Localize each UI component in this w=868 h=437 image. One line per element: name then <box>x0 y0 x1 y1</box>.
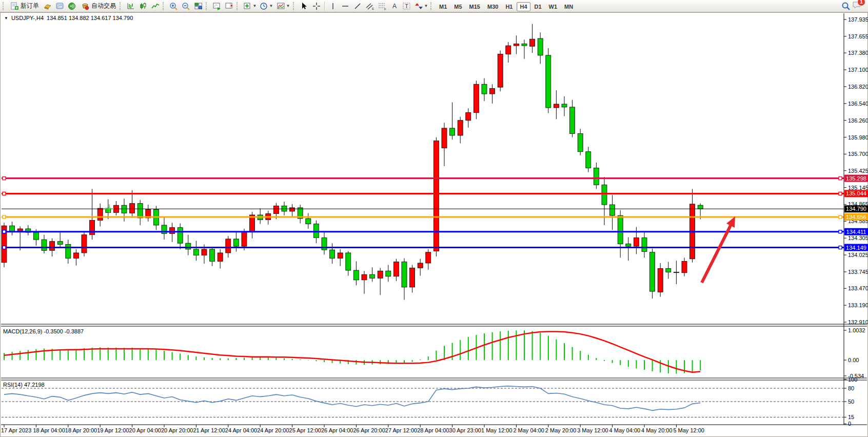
candle-body <box>474 84 479 112</box>
candle-body <box>538 38 543 55</box>
add-indicator-button[interactable]: ▼ <box>242 1 258 12</box>
candle-body <box>594 168 599 185</box>
line-handle[interactable] <box>3 215 6 218</box>
candle-body <box>57 242 63 245</box>
vertical-line-tool-button[interactable] <box>327 1 339 12</box>
horizontal-line-tool-button[interactable] <box>339 1 351 12</box>
candlestick-chart-button[interactable] <box>137 1 149 12</box>
time-axis-label: 1 May 12:00 <box>481 427 512 433</box>
text-label-tool-button[interactable]: T <box>401 1 413 12</box>
time-axis-label: 20 Apr 04:00 <box>129 427 161 433</box>
channel-tool-button[interactable]: E <box>364 1 376 12</box>
text-tool-button[interactable]: A <box>388 1 401 12</box>
chart-title: ▼ USDJPY-,H4 134.851 134.882 134.617 134… <box>4 15 133 21</box>
timeframe-button-h1[interactable]: H1 <box>502 2 516 11</box>
zoom-out-icon <box>182 2 191 10</box>
sound-alert-button[interactable] <box>66 1 78 12</box>
rsi-axis-label: 100 <box>848 376 857 383</box>
rsi-axis-label: 0 <box>848 421 851 427</box>
candle-body <box>554 104 559 108</box>
candle-body <box>66 245 71 259</box>
vertical-line-icon <box>329 2 337 10</box>
text-icon: A <box>391 2 398 10</box>
svg-text:T: T <box>405 4 408 9</box>
candle-body <box>602 185 607 205</box>
line-handle[interactable] <box>3 177 6 180</box>
candle-body <box>137 204 143 218</box>
templates-button[interactable]: ▼ <box>274 1 292 12</box>
zoom-out-button[interactable] <box>180 1 192 12</box>
time-axis-label: 30 Apr 23:00 <box>449 427 481 433</box>
fibonacci-icon: F <box>378 2 387 10</box>
time-axis-label: 18 Apr 04:00 <box>33 427 65 433</box>
line-handle[interactable] <box>3 246 6 249</box>
price-tag-label: 135.044 <box>846 190 866 196</box>
line-chart-button[interactable] <box>149 1 162 12</box>
sound-alert-icon <box>68 2 77 10</box>
time-axis-label: 4 May 20:00 <box>641 427 673 433</box>
timeframe-button-w1[interactable]: W1 <box>546 2 561 11</box>
cursor-tool-button[interactable] <box>298 1 310 12</box>
line-handle[interactable] <box>839 215 842 218</box>
arrows-tool-button[interactable]: ▼ <box>413 1 429 12</box>
chart-shift-button[interactable] <box>223 1 235 12</box>
trendline-icon <box>353 2 362 10</box>
navigator-button[interactable] <box>54 1 66 12</box>
timeframe-button-m1[interactable]: M1 <box>436 2 450 11</box>
candle-body <box>290 208 295 211</box>
candle-body <box>170 228 175 234</box>
time-axis-label: 20 Apr 20:00 <box>161 427 193 433</box>
candle-body <box>578 133 583 151</box>
price-axis-label: 135.700 <box>848 151 868 157</box>
line-handle[interactable] <box>839 230 842 233</box>
candle-body <box>586 152 591 168</box>
timeframe-button-mn[interactable]: MN <box>561 2 576 11</box>
line-handle[interactable] <box>839 177 842 180</box>
candle-body <box>562 104 567 107</box>
dropdown-caret-icon: ▼ <box>269 4 273 8</box>
market-watch-button[interactable] <box>42 1 54 12</box>
candle-body <box>402 262 407 287</box>
symbol-dropdown-icon[interactable]: ▼ <box>4 16 8 21</box>
candle-body <box>426 252 431 263</box>
chart-canvas[interactable]: 137.935137.655137.380137.100136.820136.5… <box>0 0 868 437</box>
candle-body <box>674 272 679 273</box>
crosshair-tool-button[interactable] <box>310 1 323 12</box>
bar-chart-button[interactable] <box>125 1 137 12</box>
search-button[interactable] <box>840 1 852 12</box>
line-handle[interactable] <box>839 246 842 249</box>
fibonacci-tool-button[interactable]: F <box>376 1 388 12</box>
price-axis-label: 137.935 <box>848 16 868 23</box>
zoom-in-button[interactable] <box>168 1 180 12</box>
toolbar-grip <box>3 2 6 10</box>
candle-body <box>362 274 367 280</box>
candle-body <box>97 208 103 220</box>
toolbar-grip <box>430 2 433 10</box>
timeframe-button-m5[interactable]: M5 <box>451 2 465 11</box>
tile-windows-button[interactable] <box>192 1 205 12</box>
toolbar-grip <box>236 2 240 10</box>
line-handle[interactable] <box>839 192 842 195</box>
timeframe-button-h4[interactable]: H4 <box>517 2 530 11</box>
timeframe-button-m15[interactable]: M15 <box>466 2 483 11</box>
price-axis-label: 135.980 <box>848 134 868 141</box>
candle-body <box>642 238 647 252</box>
candle-body <box>330 250 335 258</box>
periods-button[interactable]: ▼ <box>258 1 274 12</box>
timeframe-button-d1[interactable]: D1 <box>531 2 545 11</box>
timeframe-toolbar: M1M5M15M30H1H4D1W1MN <box>436 2 577 11</box>
autotrading-button[interactable]: 自动交易 <box>78 1 119 12</box>
trendline-tool-button[interactable] <box>351 1 364 12</box>
candle-body <box>17 229 23 231</box>
candle-body <box>33 232 38 240</box>
line-handle[interactable] <box>3 192 6 195</box>
search-icon <box>841 2 851 11</box>
text-label-icon: T <box>402 2 411 10</box>
auto-scroll-button[interactable] <box>211 1 223 12</box>
candle-body <box>210 249 215 261</box>
line-handle[interactable] <box>3 230 6 233</box>
timeframe-button-m30[interactable]: M30 <box>484 2 501 11</box>
toolbar-grip <box>163 2 166 10</box>
new-order-button[interactable]: 新订单 <box>8 1 42 12</box>
notifications-button[interactable]: 1 <box>852 1 862 12</box>
